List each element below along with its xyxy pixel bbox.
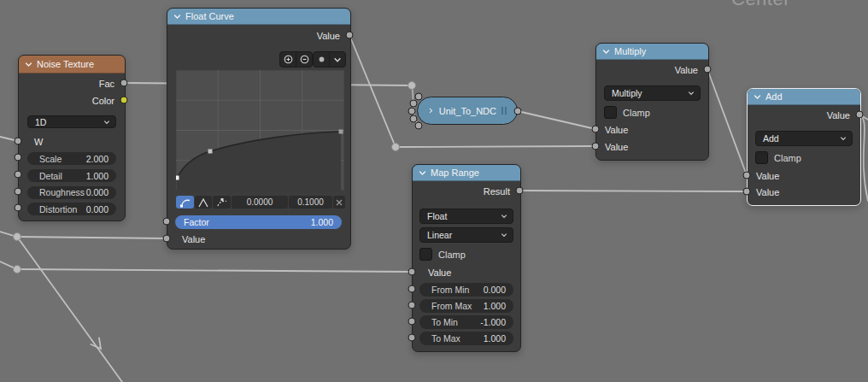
- operation-dropdown[interactable]: Multiply: [604, 85, 701, 101]
- unit-to-ndc-group-node[interactable]: Unit_To_NDC: [417, 97, 518, 125]
- multiply-header[interactable]: Multiply: [596, 44, 708, 60]
- map-range-from-max-input-socket[interactable]: [408, 302, 416, 309]
- curve-value-input-socket[interactable]: [163, 235, 171, 243]
- zoom-in-icon[interactable]: [280, 52, 296, 67]
- collapse-chevron-icon[interactable]: [419, 169, 426, 177]
- field-value: -1.000: [480, 317, 506, 327]
- map-range-result-output-socket[interactable]: [516, 187, 524, 195]
- to-max-field[interactable]: To Max 1.000: [419, 332, 513, 345]
- data-type-dropdown[interactable]: Float: [419, 209, 513, 224]
- noise-detail-input-socket[interactable]: [15, 171, 22, 179]
- operation-value: Multiply: [612, 88, 642, 98]
- from-min-field[interactable]: From Min 0.000: [419, 283, 513, 297]
- multiply-value-input-socket[interactable]: [592, 143, 600, 150]
- factor-slider[interactable]: Factor 1.000: [175, 215, 342, 229]
- chevron-down-icon: [840, 135, 847, 142]
- node-title: Map Range: [431, 167, 479, 178]
- reroute-node[interactable]: [13, 265, 21, 273]
- clamp-checkbox[interactable]: [419, 248, 432, 261]
- chevron-right-icon[interactable]: [428, 107, 434, 115]
- field-value: 0.000: [86, 187, 108, 197]
- multiply-node[interactable]: Multiply Value Multiply Clamp Value Valu…: [595, 43, 709, 161]
- result-output-label: Result: [484, 186, 510, 197]
- float-curve-header[interactable]: Float Curve: [167, 9, 350, 25]
- detail-field[interactable]: Detail 1.000: [27, 169, 116, 182]
- value-input-label: Value: [428, 267, 451, 278]
- field-label: From Max: [431, 301, 472, 311]
- add-node[interactable]: Add Value Add Clamp Value Value: [747, 88, 861, 206]
- curve-options-buttons: [313, 51, 346, 68]
- dimensions-value: 1D: [35, 117, 46, 127]
- dot-icon[interactable]: [314, 52, 329, 67]
- collapse-chevron-icon[interactable]: [754, 93, 761, 101]
- auto-clamped-handle-icon[interactable]: [213, 196, 231, 209]
- reroute-node[interactable]: [13, 232, 21, 241]
- float-curve-node[interactable]: Float Curve Value: [167, 8, 351, 250]
- roughness-field[interactable]: Roughness 0.000: [27, 186, 116, 199]
- noise-scale-input-socket[interactable]: [15, 154, 22, 162]
- noise-distortion-input-socket[interactable]: [15, 204, 22, 212]
- curve-point-selected[interactable]: [176, 176, 179, 180]
- noise-roughness-input-socket[interactable]: [15, 188, 22, 196]
- from-max-field[interactable]: From Max 1.000: [419, 299, 513, 313]
- chevron-down-icon[interactable]: [329, 52, 345, 67]
- point-y-field[interactable]: 0.1000: [289, 196, 332, 209]
- group-input-socket[interactable]: [408, 108, 416, 115]
- interpolation-dropdown[interactable]: Linear: [419, 227, 513, 243]
- map-range-node[interactable]: Map Range Result Float Linear Clamp Valu…: [412, 164, 521, 352]
- group-input-socket[interactable]: [415, 93, 423, 101]
- curve-factor-input-socket[interactable]: [163, 218, 171, 226]
- scale-field[interactable]: Scale 2.000: [27, 152, 116, 165]
- curve-widget[interactable]: [176, 70, 344, 194]
- node-editor-canvas[interactable]: Center Noise Texture Fac Color 1D: [0, 0, 868, 382]
- zoom-out-icon[interactable]: [296, 52, 312, 67]
- group-input-socket[interactable]: [415, 122, 423, 130]
- field-label: From Min: [431, 285, 469, 295]
- clamp-checkbox[interactable]: [604, 106, 617, 119]
- chevron-down-icon: [688, 90, 695, 97]
- dimensions-dropdown[interactable]: 1D: [27, 115, 116, 128]
- map-range-to-min-input-socket[interactable]: [408, 318, 416, 326]
- clamp-checkbox[interactable]: [755, 151, 768, 164]
- collapse-chevron-icon[interactable]: [602, 48, 610, 56]
- field-label: Detail: [39, 171, 62, 181]
- clamp-row: Clamp: [755, 151, 801, 164]
- map-range-to-max-input-socket[interactable]: [408, 334, 416, 342]
- map-range-header[interactable]: Map Range: [413, 165, 520, 181]
- wire-left-to-curve-value: [0, 232, 167, 238]
- multiply-value-input-socket[interactable]: [592, 126, 600, 133]
- add-value-input-socket[interactable]: [743, 172, 751, 179]
- operation-dropdown[interactable]: Add: [755, 131, 853, 146]
- vector-handle-icon[interactable]: [195, 196, 212, 209]
- group-output-socket[interactable]: [514, 108, 522, 115]
- map-range-value-input-socket[interactable]: [408, 268, 416, 276]
- noise-texture-header[interactable]: Noise Texture: [19, 56, 125, 73]
- to-min-field[interactable]: To Min -1.000: [419, 315, 513, 329]
- curve-point[interactable]: [208, 150, 213, 154]
- distortion-field[interactable]: Distortion 0.000: [27, 203, 116, 215]
- add-value-input-socket[interactable]: [743, 188, 751, 196]
- curve-value-output-socket[interactable]: [346, 32, 354, 39]
- curve-point[interactable]: [339, 130, 343, 134]
- map-range-from-min-input-socket[interactable]: [408, 285, 416, 293]
- noise-color-output-socket[interactable]: [120, 97, 128, 104]
- noise-fac-output-socket[interactable]: [120, 79, 128, 87]
- collapse-chevron-icon[interactable]: [25, 61, 32, 68]
- noise-texture-node[interactable]: Noise Texture Fac Color 1D W Scale 2.000…: [18, 55, 126, 221]
- x-icon[interactable]: [333, 196, 345, 209]
- reroute-node[interactable]: [391, 143, 400, 151]
- noise-w-input-socket[interactable]: [15, 138, 22, 145]
- auto-handle-icon[interactable]: [176, 196, 194, 209]
- reroute-node[interactable]: [408, 81, 416, 90]
- group-input-socket[interactable]: [410, 100, 418, 108]
- collapse-chevron-icon[interactable]: [173, 13, 181, 21]
- point-x-field[interactable]: 0.0000: [232, 196, 288, 209]
- node-title: Float Curve: [185, 11, 234, 21]
- multiply-value-output-socket[interactable]: [704, 66, 712, 73]
- clamp-row: Clamp: [419, 248, 466, 261]
- add-header[interactable]: Add: [748, 89, 860, 105]
- value-input-label: Value: [605, 125, 628, 135]
- add-value-output-socket[interactable]: [856, 111, 864, 119]
- operation-value: Add: [763, 133, 779, 144]
- arrowhead-icon: [91, 338, 102, 350]
